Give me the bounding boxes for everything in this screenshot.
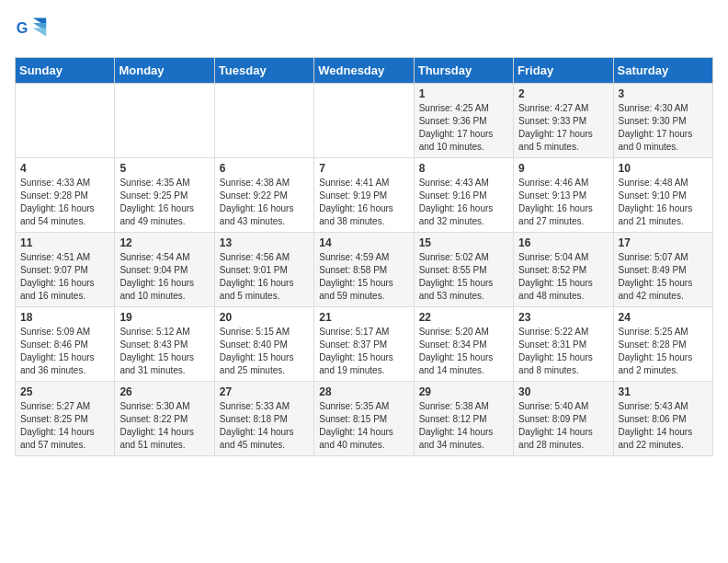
day-info: Sunrise: 5:25 AM Sunset: 8:28 PM Dayligh…: [619, 326, 708, 377]
day-info: Sunrise: 5:12 AM Sunset: 8:43 PM Dayligh…: [119, 326, 209, 377]
day-number: 5: [119, 162, 209, 175]
day-info: Sunrise: 4:30 AM Sunset: 9:30 PM Dayligh…: [619, 102, 708, 154]
day-number: 14: [319, 236, 408, 249]
calendar-cell: 29Sunrise: 5:38 AM Sunset: 8:12 PM Dayli…: [414, 382, 513, 456]
day-number: 8: [419, 162, 508, 175]
day-number: 19: [119, 311, 209, 324]
day-number: 11: [20, 236, 109, 249]
day-info: Sunrise: 4:43 AM Sunset: 9:16 PM Dayligh…: [419, 177, 508, 228]
calendar-cell: 1Sunrise: 4:25 AM Sunset: 9:36 PM Daylig…: [414, 84, 513, 158]
calendar-cell: 2Sunrise: 4:27 AM Sunset: 9:33 PM Daylig…: [514, 84, 613, 158]
calendar-cell: 24Sunrise: 5:25 AM Sunset: 8:28 PM Dayli…: [613, 307, 712, 382]
calendar-cell: 20Sunrise: 5:15 AM Sunset: 8:40 PM Dayli…: [214, 307, 313, 382]
day-number: 10: [619, 162, 708, 175]
calendar-cell: [16, 84, 115, 158]
day-info: Sunrise: 5:17 AM Sunset: 8:37 PM Dayligh…: [319, 326, 408, 377]
calendar-cell: 31Sunrise: 5:43 AM Sunset: 8:06 PM Dayli…: [613, 382, 712, 456]
calendar-cell: 3Sunrise: 4:30 AM Sunset: 9:30 PM Daylig…: [613, 84, 712, 158]
day-number: 4: [20, 162, 109, 175]
day-info: Sunrise: 5:20 AM Sunset: 8:34 PM Dayligh…: [419, 326, 508, 377]
day-info: Sunrise: 4:48 AM Sunset: 9:10 PM Dayligh…: [619, 177, 708, 228]
calendar-week-2: 4Sunrise: 4:33 AM Sunset: 9:28 PM Daylig…: [16, 158, 713, 233]
calendar-table: SundayMondayTuesdayWednesdayThursdayFrid…: [15, 57, 713, 456]
day-number: 9: [518, 162, 608, 175]
col-header-tuesday: Tuesday: [214, 58, 313, 84]
day-number: 22: [419, 311, 508, 324]
calendar-cell: 16Sunrise: 5:04 AM Sunset: 8:52 PM Dayli…: [514, 233, 613, 307]
page-header: G: [15, 15, 713, 48]
day-info: Sunrise: 5:33 AM Sunset: 8:18 PM Dayligh…: [220, 400, 309, 452]
day-info: Sunrise: 5:35 AM Sunset: 8:15 PM Dayligh…: [319, 400, 408, 452]
day-info: Sunrise: 4:25 AM Sunset: 9:36 PM Dayligh…: [419, 102, 508, 154]
calendar-cell: 15Sunrise: 5:02 AM Sunset: 8:55 PM Dayli…: [414, 233, 513, 307]
day-info: Sunrise: 5:30 AM Sunset: 8:22 PM Dayligh…: [119, 400, 209, 452]
day-info: Sunrise: 5:04 AM Sunset: 8:52 PM Dayligh…: [518, 251, 608, 303]
day-number: 31: [619, 385, 708, 398]
day-info: Sunrise: 5:27 AM Sunset: 8:25 PM Dayligh…: [20, 400, 109, 452]
calendar-cell: 19Sunrise: 5:12 AM Sunset: 8:43 PM Dayli…: [115, 307, 214, 382]
day-number: 3: [619, 87, 708, 100]
calendar-cell: 26Sunrise: 5:30 AM Sunset: 8:22 PM Dayli…: [115, 382, 214, 456]
calendar-cell: 27Sunrise: 5:33 AM Sunset: 8:18 PM Dayli…: [214, 382, 313, 456]
day-info: Sunrise: 4:56 AM Sunset: 9:01 PM Dayligh…: [220, 251, 309, 303]
calendar-week-4: 18Sunrise: 5:09 AM Sunset: 8:46 PM Dayli…: [16, 307, 713, 382]
day-number: 30: [518, 385, 608, 398]
calendar-cell: 21Sunrise: 5:17 AM Sunset: 8:37 PM Dayli…: [314, 307, 414, 382]
calendar-cell: 11Sunrise: 4:51 AM Sunset: 9:07 PM Dayli…: [16, 233, 115, 307]
col-header-sunday: Sunday: [16, 58, 115, 84]
day-info: Sunrise: 5:40 AM Sunset: 8:09 PM Dayligh…: [518, 400, 608, 452]
logo-icon: G: [15, 15, 48, 48]
day-info: Sunrise: 4:35 AM Sunset: 9:25 PM Dayligh…: [119, 177, 209, 228]
day-number: 15: [419, 236, 508, 249]
day-info: Sunrise: 4:27 AM Sunset: 9:33 PM Dayligh…: [518, 102, 608, 154]
day-number: 16: [518, 236, 608, 249]
day-info: Sunrise: 5:15 AM Sunset: 8:40 PM Dayligh…: [220, 326, 309, 377]
calendar-cell: 10Sunrise: 4:48 AM Sunset: 9:10 PM Dayli…: [613, 158, 712, 233]
col-header-friday: Friday: [514, 58, 613, 84]
day-info: Sunrise: 5:43 AM Sunset: 8:06 PM Dayligh…: [619, 400, 708, 452]
day-number: 2: [518, 87, 608, 100]
day-info: Sunrise: 4:54 AM Sunset: 9:04 PM Dayligh…: [119, 251, 209, 303]
calendar-cell: 5Sunrise: 4:35 AM Sunset: 9:25 PM Daylig…: [115, 158, 214, 233]
day-number: 13: [220, 236, 309, 249]
col-header-thursday: Thursday: [414, 58, 513, 84]
day-number: 24: [619, 311, 708, 324]
calendar-cell: 9Sunrise: 4:46 AM Sunset: 9:13 PM Daylig…: [514, 158, 613, 233]
calendar-cell: [314, 84, 414, 158]
calendar-cell: 18Sunrise: 5:09 AM Sunset: 8:46 PM Dayli…: [16, 307, 115, 382]
day-number: 17: [619, 236, 708, 249]
calendar-cell: 30Sunrise: 5:40 AM Sunset: 8:09 PM Dayli…: [514, 382, 613, 456]
calendar-cell: [214, 84, 313, 158]
calendar-cell: 12Sunrise: 4:54 AM Sunset: 9:04 PM Dayli…: [115, 233, 214, 307]
day-number: 26: [119, 385, 209, 398]
day-info: Sunrise: 4:38 AM Sunset: 9:22 PM Dayligh…: [220, 177, 309, 228]
col-header-saturday: Saturday: [613, 58, 712, 84]
day-info: Sunrise: 5:38 AM Sunset: 8:12 PM Dayligh…: [419, 400, 508, 452]
logo: G: [15, 15, 51, 48]
day-number: 1: [419, 87, 508, 100]
day-number: 25: [20, 385, 109, 398]
day-number: 23: [518, 311, 608, 324]
day-info: Sunrise: 4:33 AM Sunset: 9:28 PM Dayligh…: [20, 177, 109, 228]
calendar-cell: 7Sunrise: 4:41 AM Sunset: 9:19 PM Daylig…: [314, 158, 414, 233]
day-number: 28: [319, 385, 408, 398]
calendar-header-row: SundayMondayTuesdayWednesdayThursdayFrid…: [16, 58, 713, 84]
calendar-cell: 6Sunrise: 4:38 AM Sunset: 9:22 PM Daylig…: [214, 158, 313, 233]
day-number: 21: [319, 311, 408, 324]
calendar-cell: 23Sunrise: 5:22 AM Sunset: 8:31 PM Dayli…: [514, 307, 613, 382]
day-info: Sunrise: 5:22 AM Sunset: 8:31 PM Dayligh…: [518, 326, 608, 377]
calendar-cell: 8Sunrise: 4:43 AM Sunset: 9:16 PM Daylig…: [414, 158, 513, 233]
day-info: Sunrise: 5:07 AM Sunset: 8:49 PM Dayligh…: [619, 251, 708, 303]
day-info: Sunrise: 4:59 AM Sunset: 8:58 PM Dayligh…: [319, 251, 408, 303]
calendar-week-5: 25Sunrise: 5:27 AM Sunset: 8:25 PM Dayli…: [16, 382, 713, 456]
calendar-cell: 22Sunrise: 5:20 AM Sunset: 8:34 PM Dayli…: [414, 307, 513, 382]
day-info: Sunrise: 4:51 AM Sunset: 9:07 PM Dayligh…: [20, 251, 109, 303]
day-number: 27: [220, 385, 309, 398]
calendar-cell: 13Sunrise: 4:56 AM Sunset: 9:01 PM Dayli…: [214, 233, 313, 307]
day-number: 29: [419, 385, 508, 398]
day-number: 6: [220, 162, 309, 175]
col-header-monday: Monday: [115, 58, 214, 84]
calendar-cell: 4Sunrise: 4:33 AM Sunset: 9:28 PM Daylig…: [16, 158, 115, 233]
calendar-cell: 17Sunrise: 5:07 AM Sunset: 8:49 PM Dayli…: [613, 233, 712, 307]
day-number: 20: [220, 311, 309, 324]
